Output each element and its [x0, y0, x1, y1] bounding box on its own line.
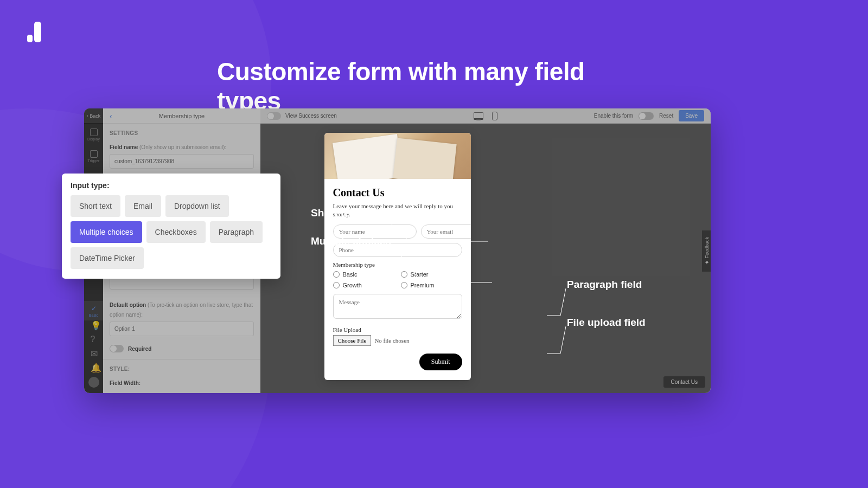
enable-toggle[interactable]	[639, 112, 654, 120]
type-dropdown[interactable]: Dropdown list	[165, 195, 229, 217]
reset-link[interactable]: Reset	[659, 113, 673, 119]
type-datetime[interactable]: DateTime Picker	[71, 247, 144, 269]
radio-growth[interactable]: Growth	[333, 282, 394, 288]
feedback-tab[interactable]: ★ Feedback	[702, 230, 711, 271]
field-name-label: Field name	[110, 144, 138, 150]
avatar[interactable]	[88, 377, 99, 388]
contact-us-tab[interactable]: Contact Us	[663, 376, 705, 388]
bulb-icon[interactable]: 💡	[91, 320, 97, 327]
message-textarea[interactable]	[333, 294, 462, 319]
default-option-label: Default option	[110, 302, 146, 308]
callout-file-upload: File upload field	[567, 317, 646, 329]
type-email[interactable]: Email	[125, 195, 161, 217]
callout-paragraph: Paragraph field	[567, 279, 642, 291]
rail-trigger[interactable]: Trigger	[84, 145, 103, 167]
logo	[27, 22, 41, 42]
choose-file-button[interactable]: Choose File	[333, 335, 372, 346]
type-short-text[interactable]: Short text	[71, 195, 120, 217]
style-section-label: STYLE:	[103, 359, 260, 375]
panel-title: Membership type	[159, 113, 205, 119]
callout-multiple-choices: Multiple choices	[311, 235, 391, 247]
panel-back-icon[interactable]: ‹	[110, 112, 112, 120]
hero-title: Customize form with many field types	[217, 57, 651, 115]
form-hero-image	[324, 133, 471, 179]
success-label: View Success screen	[285, 113, 337, 119]
rail-basic-label: Basic	[89, 313, 98, 317]
submit-button[interactable]: Submit	[419, 354, 462, 370]
rail-display[interactable]: Display	[84, 124, 103, 145]
mail-icon[interactable]: ✉	[91, 349, 97, 355]
field-name-hint: (Only show up in submission email):	[138, 144, 226, 150]
type-checkboxes[interactable]: Checkboxes	[146, 221, 206, 243]
mobile-icon[interactable]	[492, 112, 497, 120]
required-label: Required	[128, 346, 151, 352]
input-type-label: Input type:	[71, 181, 272, 190]
rail-display-label: Display	[87, 137, 100, 141]
file-upload-label: File Upload	[333, 326, 462, 333]
success-toggle[interactable]	[267, 112, 281, 120]
back-button[interactable]: ‹ Back	[84, 108, 103, 124]
desktop-icon[interactable]	[474, 112, 483, 120]
field-width-label: Field Width:	[110, 380, 141, 386]
rail-trigger-label: Trigger	[88, 159, 100, 163]
default-option-input[interactable]	[110, 322, 254, 336]
settings-section-label: SETTINGS	[103, 124, 260, 139]
help-icon[interactable]: ?	[91, 335, 97, 341]
enable-label: Enable this form	[594, 113, 633, 119]
save-button[interactable]: Save	[679, 110, 704, 121]
type-paragraph[interactable]: Paragraph	[210, 221, 263, 243]
callout-short-text: Short text field	[311, 207, 383, 219]
required-toggle[interactable]	[110, 345, 124, 352]
rail-basic[interactable]: ✓ Basic	[84, 301, 103, 320]
form-title: Contact Us	[333, 187, 462, 199]
input-type-popup: Input type: Short text Email Dropdown li…	[62, 174, 280, 279]
type-multiple-choices[interactable]: Multiple choices	[71, 221, 142, 243]
field-name-input[interactable]	[110, 154, 254, 169]
radio-basic[interactable]: Basic	[333, 271, 394, 278]
no-file-text: No file chosen	[374, 337, 409, 344]
bell-icon[interactable]: 🔔	[91, 363, 97, 369]
